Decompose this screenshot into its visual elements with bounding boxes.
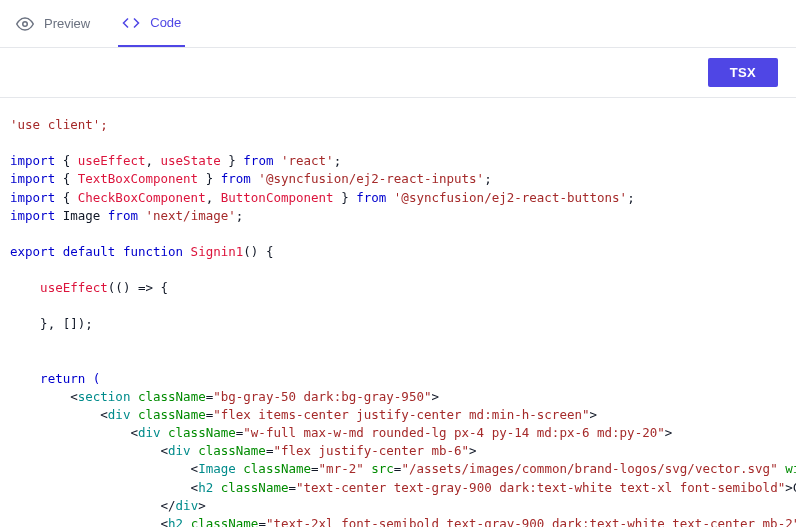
toolbar: TSX <box>0 48 796 98</box>
svg-point-0 <box>23 21 28 26</box>
code-text: 'use client'; <box>10 117 108 132</box>
tsx-button[interactable]: TSX <box>708 58 778 87</box>
code-viewer[interactable]: 'use client'; import { useEffect, useSta… <box>0 98 796 527</box>
tab-preview[interactable]: Preview <box>12 0 94 47</box>
tab-code[interactable]: Code <box>118 0 185 47</box>
tab-label: Code <box>150 15 181 30</box>
tab-bar: Preview Code <box>0 0 796 48</box>
tab-label: Preview <box>44 16 90 31</box>
eye-icon <box>16 15 34 33</box>
code-icon <box>122 14 140 32</box>
